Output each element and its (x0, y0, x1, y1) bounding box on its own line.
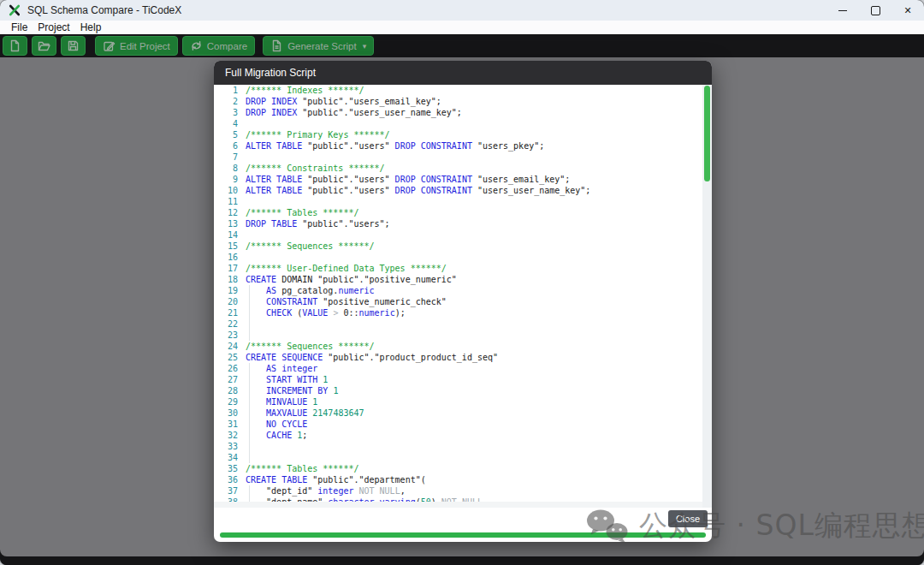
indent-guide (249, 330, 250, 341)
open-project-button[interactable] (32, 36, 56, 56)
line-number: 29 (214, 396, 238, 407)
menu-bar: File Project Help (0, 21, 924, 34)
code-lines: 1/****** Indexes ******/2DROP INDEX "pub… (214, 85, 712, 508)
indent-guide (249, 419, 250, 430)
migration-script-dialog: Full Migration Script 1/****** Indexes *… (214, 61, 712, 542)
line-number: 12 (214, 207, 238, 218)
window-title: SQL Schema Compare - TiCodeX (27, 4, 181, 16)
line-number: 4 (214, 118, 238, 129)
line-number: 24 (214, 341, 238, 352)
edit-project-button[interactable]: Edit Project (95, 36, 178, 56)
code-line: 15/****** Sequences ******/ (214, 241, 712, 252)
line-number: 10 (214, 185, 238, 196)
line-number: 13 (214, 218, 238, 229)
generate-script-label: Generate Script (287, 41, 357, 51)
code-line: 11 (214, 196, 712, 207)
code-line: 14 (214, 229, 712, 241)
vertical-scrollbar[interactable] (702, 85, 712, 508)
generate-script-button[interactable]: Generate Script ▾ (263, 36, 374, 56)
title-bar: SQL Schema Compare - TiCodeX ✕ (0, 0, 924, 21)
line-number: 8 (214, 163, 238, 174)
save-project-button[interactable] (61, 36, 86, 56)
code-line: 1/****** Indexes ******/ (214, 85, 712, 96)
code-line: 23 (214, 330, 712, 341)
menu-help[interactable]: Help (75, 21, 107, 33)
dialog-header: Full Migration Script (214, 61, 712, 85)
line-number: 31 (214, 419, 238, 430)
indent-guide (249, 452, 250, 463)
line-number: 3 (214, 107, 238, 118)
code-line: 2DROP INDEX "public"."users_email_key"; (214, 96, 712, 107)
code-line: 17/****** User-Defined Data Types ******… (214, 263, 712, 274)
indent-guide (249, 285, 250, 296)
indent-guide (249, 318, 250, 330)
code-line: 5/****** Primary Keys ******/ (214, 129, 712, 140)
maximize-button[interactable] (859, 0, 891, 21)
indent-guide (249, 407, 250, 419)
line-number: 5 (214, 129, 238, 140)
code-line: 16 (214, 252, 712, 263)
code-line: 32 CACHE 1; (214, 430, 712, 441)
compare-button[interactable]: Compare (182, 36, 255, 56)
code-line: 9ALTER TABLE "public"."users" DROP CONST… (214, 174, 712, 185)
compare-label: Compare (207, 41, 247, 51)
code-line: 25CREATE SEQUENCE "public"."product_prod… (214, 352, 712, 363)
code-line: 7 (214, 152, 712, 163)
indent-guide (249, 385, 250, 396)
line-number: 37 (214, 485, 238, 497)
save-icon (67, 39, 80, 52)
code-line: 13DROP TABLE "public"."users"; (214, 218, 712, 229)
line-number: 28 (214, 385, 238, 396)
indent-guide (249, 296, 250, 307)
line-number: 27 (214, 374, 238, 385)
open-folder-icon (38, 39, 50, 52)
code-line: 35/****** Tables ******/ (214, 463, 712, 474)
indent-guide (249, 363, 250, 374)
menu-project[interactable]: Project (33, 21, 74, 33)
close-window-button[interactable]: ✕ (891, 0, 924, 21)
line-number: 20 (214, 296, 238, 307)
toolbar: Edit Project Compare Generate Script ▾ (0, 34, 924, 57)
line-number: 26 (214, 363, 238, 374)
line-number: 19 (214, 285, 238, 296)
menu-file[interactable]: File (6, 21, 33, 33)
close-window-icon: ✕ (903, 5, 911, 16)
code-line: 3DROP INDEX "public"."users_user_name_ke… (214, 107, 712, 118)
close-button[interactable]: Close (668, 510, 708, 527)
indent-guide (249, 374, 250, 385)
indent-guide (249, 430, 250, 441)
line-number: 17 (214, 263, 238, 274)
horizontal-scrollbar[interactable] (214, 502, 702, 508)
new-project-button[interactable] (3, 36, 27, 56)
line-number: 9 (214, 174, 238, 185)
line-number: 14 (214, 229, 238, 241)
line-number: 25 (214, 352, 238, 363)
line-number: 18 (214, 274, 238, 285)
line-number: 22 (214, 318, 238, 330)
edit-icon (103, 39, 116, 52)
sql-script-editor[interactable]: 1/****** Indexes ******/2DROP INDEX "pub… (214, 85, 712, 508)
line-number: 35 (214, 463, 238, 474)
code-line: 12/****** Tables ******/ (214, 207, 712, 218)
code-line: 21 CHECK (VALUE > 0::numeric); (214, 307, 712, 318)
code-line: 10ALTER TABLE "public"."users" DROP CONS… (214, 185, 712, 196)
minimize-button[interactable] (826, 0, 859, 21)
line-number: 15 (214, 241, 238, 252)
code-line: 28 INCREMENT BY 1 (214, 385, 712, 396)
indent-guide (249, 485, 250, 497)
code-line: 30 MAXVALUE 2147483647 (214, 407, 712, 419)
scrollbar-thumb[interactable] (704, 86, 710, 181)
line-number: 21 (214, 307, 238, 318)
code-line: 20 CONSTRAINT "positive_numeric_check" (214, 296, 712, 307)
line-number: 16 (214, 252, 238, 263)
progress-bar (220, 532, 706, 538)
edit-project-label: Edit Project (120, 41, 170, 51)
indent-guide (249, 396, 250, 407)
line-number: 34 (214, 452, 238, 463)
minimize-icon (838, 10, 847, 11)
new-file-icon (9, 39, 21, 52)
line-number: 2 (214, 96, 238, 107)
code-line: 33 (214, 441, 712, 452)
code-line: 19 AS pg_catalog.numeric (214, 285, 712, 296)
line-number: 1 (214, 85, 238, 96)
